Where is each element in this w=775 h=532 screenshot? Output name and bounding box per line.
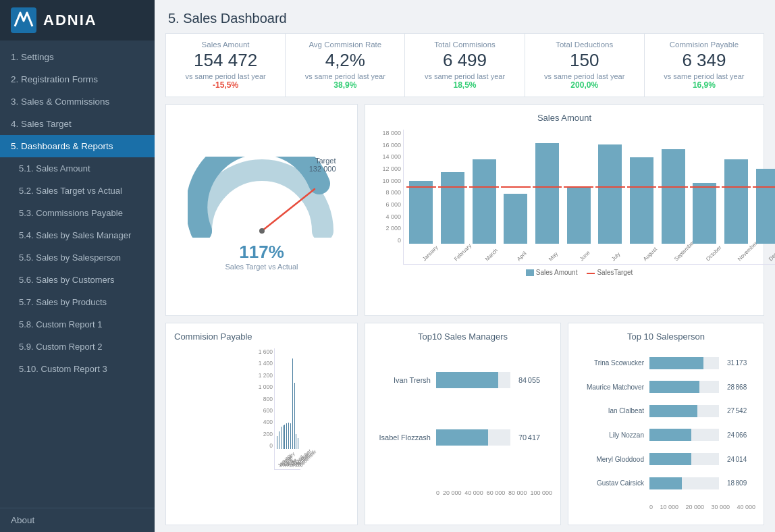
sidebar-item-about[interactable]: About — [0, 508, 155, 532]
gauge-percent: 117% — [225, 242, 298, 263]
sidebar-item-products[interactable]: 5.7. Sales by Products — [0, 291, 155, 313]
salesperson-bar-track — [649, 429, 719, 441]
kpi-change: 16,9% — [693, 80, 716, 90]
salesperson-bar-row: Lily Nozzan24 066 — [577, 429, 755, 441]
y-axis-label: 200 — [249, 431, 273, 437]
legend-target: SalesTarget — [587, 269, 633, 276]
salesperson-bar-fill — [649, 453, 691, 465]
top-managers-chart: Ivan Trersh84 055Isabel Flozzash70 41702… — [373, 346, 552, 516]
manager-bar-track — [436, 429, 510, 446]
bar — [567, 186, 591, 244]
commission-bar-column: April — [282, 348, 283, 449]
kpi-sub: vs same period last year -15,5% — [177, 72, 274, 90]
kpi-card: Avg Commision Rate 4,2% vs same period l… — [286, 34, 405, 97]
manager-value: 84 055 — [518, 376, 552, 384]
gauge-target-label: Target 132 000 — [309, 157, 336, 173]
salesperson-value: 24 014 — [727, 456, 755, 463]
kpi-label: Commision Payable — [656, 41, 753, 49]
sidebar-item-sales-amount[interactable]: 5.1. Sales Amount — [0, 157, 155, 180]
y-axis-label: 12 000 — [374, 165, 401, 172]
bar — [598, 144, 622, 244]
bar-column: May — [533, 129, 562, 244]
bar-column: March — [469, 129, 499, 244]
top-salesperson-title: Top 10 Salesperson — [627, 331, 705, 342]
sidebar-item-custom2[interactable]: 5.9. Custom Report 2 — [0, 336, 155, 358]
bar-column: August — [627, 129, 657, 244]
top-salesperson-card: Top 10 Salesperson Trina Scowucker31 173… — [568, 323, 764, 525]
sidebar-item-dashboards[interactable]: 5. Dashboards & Reports — [0, 135, 155, 157]
bar — [409, 181, 433, 244]
sidebar-item-sales-manager[interactable]: 5.4. Sales by Sales Manager — [0, 224, 155, 246]
commission-bar-column: June — [286, 348, 287, 449]
sidebar-item-customers[interactable]: 5.6. Sales by Customers — [0, 269, 155, 291]
axis-label: 0 — [649, 504, 653, 510]
commission-bar — [283, 425, 284, 449]
sidebar-item-commissions-payable[interactable]: 5.3. Commissions Payable — [0, 202, 155, 224]
target-line — [533, 186, 562, 188]
svg-point-2 — [259, 228, 265, 234]
commission-bar-column: November — [296, 348, 296, 449]
axis-label: 0 — [436, 489, 439, 496]
axis-label: 60 000 — [487, 489, 506, 496]
top-managers-card: Top10 Sales Managers Ivan Trersh84 055Is… — [365, 323, 561, 525]
sales-amount-chart: Sales Amount 18 00016 00014 00012 00010 … — [365, 104, 764, 316]
target-line — [406, 186, 436, 188]
manager-bar-fill — [436, 372, 498, 388]
salesperson-bar-track — [649, 405, 719, 417]
salesperson-value: 31 173 — [727, 359, 755, 367]
sidebar-item-sales-commissions[interactable]: 3. Sales & Commissions — [0, 90, 155, 113]
legend-amount: Sales Amount — [526, 269, 578, 276]
y-axis-label: 16 000 — [374, 142, 401, 149]
axis-label: 100 000 — [530, 489, 552, 496]
top-salesperson-chart: Trina Scowucker31 173Maurice Matchover28… — [577, 346, 755, 516]
commission-bar — [281, 427, 282, 449]
bar — [441, 172, 464, 244]
bar — [504, 194, 527, 244]
commission-bar-column: December — [298, 348, 298, 449]
salesperson-bar-fill — [649, 357, 703, 369]
sidebar-item-registration[interactable]: 2. Registration Forms — [0, 68, 155, 90]
salesperson-bar-track — [649, 477, 719, 489]
target-line — [595, 186, 625, 188]
kpi-row: Sales Amount 154 472 vs same period last… — [165, 33, 764, 97]
y-axis-label: 1 400 — [249, 360, 273, 367]
kpi-sub: vs same period last year 200,0% — [536, 72, 633, 90]
axis-label: 20 000 — [443, 489, 462, 496]
kpi-card: Total Commisions 6 499 vs same period la… — [405, 34, 525, 97]
sidebar-item-salesperson[interactable]: 5.5. Sales by Salesperson — [0, 246, 155, 269]
top-managers-title: Top10 Sales Managers — [418, 331, 508, 342]
sidebar-item-settings[interactable]: 1. Settings — [0, 46, 155, 68]
axis-label: 10 000 — [660, 504, 678, 510]
commission-bar — [288, 423, 289, 449]
kpi-value: 6 349 — [656, 50, 753, 71]
kpi-card: Commision Payable 6 349 vs same period l… — [645, 34, 764, 97]
sidebar-item-custom1[interactable]: 5.8. Custom Report 1 — [0, 313, 155, 336]
x-axis-label: July — [610, 251, 621, 262]
kpi-value: 150 — [536, 50, 633, 71]
commission-bar — [290, 423, 291, 449]
salesperson-value: 27 542 — [727, 407, 755, 415]
logo-icon — [11, 7, 36, 33]
sidebar-item-sales-target[interactable]: 4. Sales Target — [0, 113, 155, 135]
kpi-label: Total Deductions — [536, 41, 633, 49]
kpi-card: Total Deductions 150 vs same period last… — [525, 34, 645, 97]
x-axis-label: January — [421, 244, 439, 262]
commission-chart-title: Commision Payable — [174, 331, 252, 342]
kpi-change: -15,5% — [213, 80, 238, 90]
commission-bar — [277, 436, 277, 449]
sidebar-item-custom3[interactable]: 5.10. Custom Report 3 — [0, 358, 155, 380]
salesperson-bar-track — [649, 381, 719, 393]
commission-bar-column: January — [277, 348, 277, 449]
target-line — [722, 186, 751, 188]
bar — [756, 169, 775, 244]
y-axis-label: 18 000 — [374, 130, 401, 136]
y-axis-label: 0 — [249, 442, 273, 449]
y-axis-label: 1 000 — [249, 383, 273, 390]
target-line — [501, 186, 531, 188]
logo-text: ADNIA — [43, 11, 97, 29]
y-axis-label: 14 000 — [374, 153, 401, 160]
bar-column: September — [658, 129, 688, 244]
charts-row1: Target 132 000 117% Sales Target vs Actu… — [165, 104, 764, 316]
target-line — [564, 186, 593, 188]
sidebar-item-sales-target-actual[interactable]: 5.2. Sales Target vs Actual — [0, 180, 155, 202]
